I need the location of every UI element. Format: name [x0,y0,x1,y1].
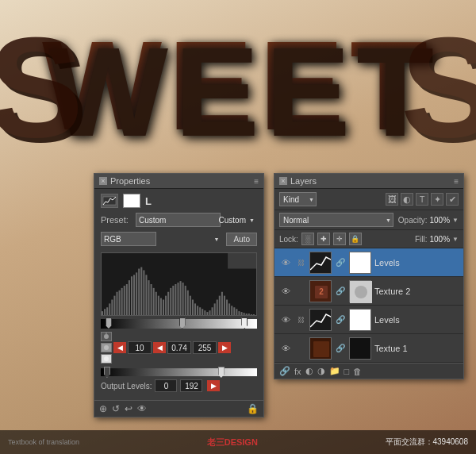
properties-bottom-bar: ⊕ ↺ ↩ 👁 🔒 [94,400,263,417]
svg-rect-4 [106,307,108,315]
preset-select[interactable]: Custom Default Darker Increase Contrast … [136,213,221,227]
layer-chain-icon[interactable]: 🔗 [335,257,346,268]
layer-visibility-btn[interactable]: 👁 [279,314,292,326]
layer-item[interactable]: 👁 ⛓ 🔗 Levels [274,248,463,277]
smart-filter-btn[interactable]: ✔ [446,193,459,206]
svg-rect-17 [138,269,140,316]
svg-rect-59 [241,312,243,315]
layers-titlebar: × Layers ≡ [274,174,463,189]
lock-image-btn[interactable]: ✚ [317,233,330,245]
lock-pixels-btn[interactable]: ░ [301,233,314,245]
layer-chain-icon[interactable]: 🔗 [335,314,346,325]
svg-rect-27 [163,300,164,316]
svg-rect-52 [224,296,225,315]
svg-text:2: 2 [319,287,324,296]
layers-menu-btn[interactable]: ≡ [454,177,459,186]
opacity-value[interactable]: 100% [430,216,451,225]
input-levels-slider[interactable] [101,319,257,329]
svg-rect-57 [236,309,237,315]
kind-select[interactable]: Kind Name Effect Mode [279,192,317,206]
add-adjustment-btn[interactable]: ◑ [317,366,325,376]
layer-item[interactable]: 👁 🔗 Textue 1 [274,334,463,363]
svg-point-68 [104,345,109,350]
layer-chain-icon[interactable]: 🔗 [335,343,346,354]
layer-chain-icon[interactable]: 🔗 [335,286,346,297]
svg-rect-23 [153,288,155,315]
layers-bottom-bar: 🔗 fx ◐ ◑ 📁 □ 🗑 [274,363,463,379]
svg-rect-3 [104,309,106,315]
layer-visibility-btn[interactable]: 👁 [279,256,292,269]
layer-name: Levels [374,315,459,325]
mask-btn[interactable]: 🔒 [247,403,259,414]
output-high-input[interactable] [180,379,202,392]
layer-effects-btn[interactable]: fx [294,367,301,376]
svg-rect-21 [148,280,150,315]
new-group-btn[interactable]: 📁 [329,366,340,376]
output-shadow-handle[interactable] [104,367,110,378]
svg-rect-26 [160,298,162,315]
layer-name: Texture 2 [374,287,459,296]
blend-mode-select[interactable]: Normal Dissolve Multiply Screen Overlay [279,213,393,227]
output-row: Output Levels: ▶ [101,379,257,392]
shape-filter-btn[interactable]: ✦ [431,193,443,206]
new-layer-btn[interactable]: □ [344,367,350,376]
svg-rect-46 [209,310,210,315]
fill-value[interactable]: 100% [430,235,451,244]
shadow-eyedropper-btn[interactable] [101,332,112,341]
highlight-eyedropper-btn[interactable] [101,354,112,364]
delete-layer-btn[interactable]: 🗑 [353,367,362,376]
layer-mask-thumbnail [349,252,371,274]
svg-rect-11 [124,286,125,315]
layer-mask-thumbnail [349,309,371,331]
svg-rect-25 [158,296,159,315]
type-filter-btn[interactable]: T [416,193,428,206]
svg-rect-5 [109,303,110,315]
visibility-btn[interactable]: 👁 [137,403,147,414]
svg-rect-2 [102,311,103,315]
svg-rect-49 [217,300,218,316]
layer-visibility-btn[interactable]: 👁 [279,342,292,355]
lock-position-btn[interactable]: ✛ [333,233,346,245]
adjustment-filter-btn[interactable]: ◐ [401,193,413,206]
svg-rect-55 [231,306,232,315]
properties-close-btn[interactable]: × [99,177,107,185]
kind-select-wrapper: Kind Name Effect Mode [279,192,317,206]
shadow-input[interactable] [128,341,152,354]
layers-close-btn[interactable]: × [279,177,287,185]
layer-item[interactable]: 👁 ⛓ 🔗 Levels [274,306,463,334]
output-levels-slider[interactable] [101,368,257,376]
midtone-input[interactable] [167,341,191,354]
pixel-filter-btn[interactable]: 🖼 [386,193,398,206]
highlight-handle[interactable] [241,317,248,329]
layer-item[interactable]: 👁 2 🔗 Texture 2 [274,277,463,306]
previous-btn[interactable]: ↩ [125,403,132,414]
bottom-bar: Textbook of translation 老三DESIGN 平面交流群：4… [0,430,476,454]
fill-dropdown-icon[interactable]: ▼ [452,236,459,243]
output-highlight-handle[interactable] [218,367,225,378]
preset-select-value: Custom [219,216,246,225]
link-layers-btn[interactable]: 🔗 [279,366,290,376]
svg-rect-10 [121,288,123,315]
shadow-handle[interactable] [106,317,112,329]
channel-select[interactable]: RGB Red Green Blue [101,232,156,246]
lock-all-btn[interactable]: 🔒 [349,233,362,245]
auto-corrections-btn[interactable]: ⊕ [99,403,107,414]
auto-btn[interactable]: Auto [226,233,257,246]
reset-btn[interactable]: ↺ [112,403,120,414]
layer-visibility-btn[interactable]: 👁 [279,285,292,298]
midtone-eyedropper-btn[interactable] [101,343,112,352]
properties-titlebar: × Properties ≡ [94,174,263,189]
svg-rect-61 [246,314,248,315]
levels-icon [101,194,118,208]
highlight-input[interactable] [193,341,217,354]
output-low-input[interactable] [155,379,177,392]
svg-rect-44 [204,310,205,315]
midtone-handle[interactable] [179,317,186,329]
layer-link-icon: ⛓ [295,314,306,325]
properties-menu-btn[interactable]: ≡ [254,177,259,186]
svg-rect-32 [175,284,176,315]
svg-rect-38 [190,296,191,315]
opacity-dropdown-icon[interactable]: ▼ [452,217,459,224]
add-mask-btn[interactable]: ◐ [305,366,313,376]
svg-point-75 [355,286,367,298]
